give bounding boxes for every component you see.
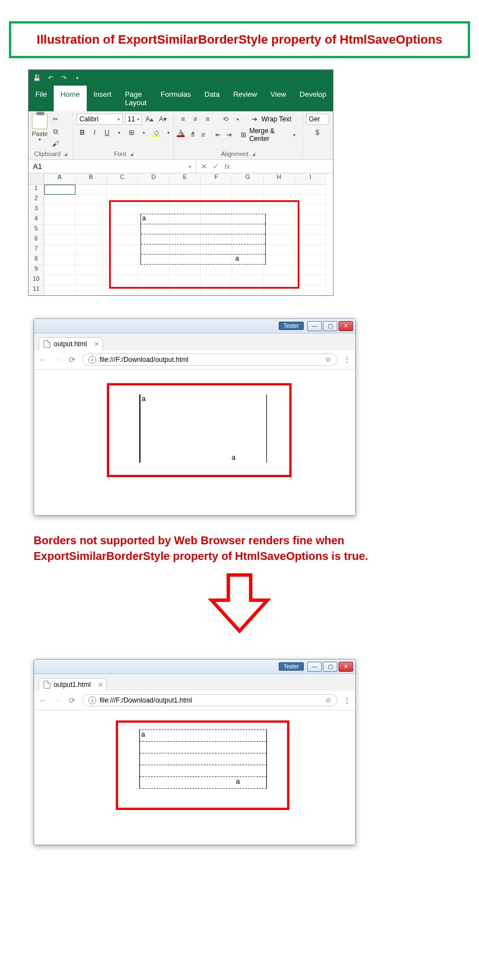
tab-formulas[interactable]: Formulas xyxy=(154,86,198,111)
font-name-combo[interactable]: Calibri▾ xyxy=(77,114,123,125)
tab-review[interactable]: Review xyxy=(227,86,264,111)
align-bottom-icon[interactable]: ≡ xyxy=(202,114,213,125)
close-button[interactable]: ✕ xyxy=(339,321,353,331)
save-icon[interactable]: 💾 xyxy=(33,74,41,82)
currency-icon[interactable]: $ xyxy=(312,127,323,138)
orientation-icon[interactable]: ⟲ xyxy=(220,114,231,125)
browser-tab[interactable]: output1.html ✕ xyxy=(39,678,107,691)
url-bar[interactable]: i file:///F:/Download/output1.html ☆ xyxy=(82,694,337,706)
redo-icon[interactable]: ↷ xyxy=(60,74,68,82)
align-top-icon[interactable]: ≡ xyxy=(177,114,189,125)
row-header[interactable]: 5 xyxy=(29,225,44,235)
col-header[interactable]: H xyxy=(264,173,295,185)
close-button[interactable]: ✕ xyxy=(339,662,353,672)
align-center-icon[interactable]: ≡ xyxy=(188,129,198,140)
browser-tab[interactable]: output.html ✕ xyxy=(39,337,103,350)
info-icon[interactable]: i xyxy=(88,356,96,364)
number-format-combo[interactable]: Ger xyxy=(306,114,328,125)
grow-font-icon[interactable]: A▴ xyxy=(144,114,155,125)
font-size-combo[interactable]: 11▾ xyxy=(125,114,142,125)
maximize-button[interactable]: ▢ xyxy=(323,662,337,672)
forward-icon[interactable]: → xyxy=(53,696,62,705)
reload-icon[interactable]: ⟳ xyxy=(68,696,77,705)
font-launcher-icon[interactable]: ◢ xyxy=(130,152,133,157)
select-all-corner[interactable] xyxy=(29,173,44,185)
info-icon[interactable]: i xyxy=(88,696,96,704)
document-icon xyxy=(44,340,50,348)
star-icon[interactable]: ☆ xyxy=(325,356,331,364)
bold-button[interactable]: B xyxy=(77,127,88,138)
clipboard-icon xyxy=(32,114,48,129)
border-icon[interactable]: ⊞ xyxy=(126,127,137,138)
close-tab-icon[interactable]: ✕ xyxy=(98,681,103,689)
increase-indent-icon[interactable]: ⇥ xyxy=(224,129,234,140)
maximize-button[interactable]: ▢ xyxy=(323,321,337,331)
tab-page-layout[interactable]: Page Layout xyxy=(118,86,154,111)
url-bar[interactable]: i file:///F:/Download/output.html ☆ xyxy=(82,354,337,366)
name-box[interactable]: A1▾ xyxy=(29,160,196,173)
clipboard-launcher-icon[interactable]: ◢ xyxy=(64,152,67,157)
cell-value: a xyxy=(141,214,172,224)
col-header[interactable]: F xyxy=(201,173,232,185)
tab-file[interactable]: File xyxy=(29,86,54,111)
align-middle-icon[interactable]: ≡ xyxy=(190,114,201,125)
close-tab-icon[interactable]: ✕ xyxy=(94,341,99,348)
tab-home[interactable]: Home xyxy=(54,86,87,111)
underline-button[interactable]: U xyxy=(101,127,112,138)
row-header[interactable]: 3 xyxy=(29,205,44,215)
minimize-button[interactable]: — xyxy=(307,662,322,672)
worksheet-grid[interactable]: a a xyxy=(44,185,333,295)
tab-view[interactable]: View xyxy=(264,86,293,111)
align-right-icon[interactable]: ≡ xyxy=(199,129,208,140)
fill-color-icon[interactable]: ◇ xyxy=(151,127,162,138)
minimize-button[interactable]: — xyxy=(307,321,322,331)
enter-formula-icon[interactable]: ✓ xyxy=(213,162,219,171)
row-header[interactable]: 10 xyxy=(29,275,44,285)
menu-icon[interactable]: ⋮ xyxy=(343,355,351,364)
forward-icon[interactable]: → xyxy=(53,355,62,364)
star-icon[interactable]: ☆ xyxy=(325,696,331,704)
excel-quick-access-toolbar: 💾 ↶ ↷ ▾ xyxy=(29,70,333,86)
tab-data[interactable]: Data xyxy=(198,86,226,111)
row-header[interactable]: 7 xyxy=(29,245,44,255)
menu-icon[interactable]: ⋮ xyxy=(343,696,351,705)
format-painter-icon[interactable]: 🖌 xyxy=(50,138,61,149)
cell-A1[interactable] xyxy=(44,185,76,195)
row-header[interactable]: 4 xyxy=(29,215,44,225)
cancel-formula-icon[interactable]: ✕ xyxy=(201,162,207,171)
row-header[interactable]: 2 xyxy=(29,195,44,205)
back-icon[interactable]: ← xyxy=(39,355,48,364)
back-icon[interactable]: ← xyxy=(39,696,48,705)
cell-value: a xyxy=(234,255,266,264)
font-color-icon[interactable]: A xyxy=(175,127,186,138)
fx-icon[interactable]: fx xyxy=(224,162,230,171)
row-header[interactable]: 11 xyxy=(29,285,44,295)
copy-icon[interactable]: ⧉ xyxy=(50,126,61,137)
tab-insert[interactable]: Insert xyxy=(87,86,119,111)
wrap-text-button[interactable]: Wrap Text xyxy=(261,115,292,123)
italic-button[interactable]: I xyxy=(89,127,100,138)
undo-icon[interactable]: ↶ xyxy=(46,74,54,82)
col-header[interactable]: A xyxy=(44,173,76,185)
cut-icon[interactable]: ✂ xyxy=(50,114,61,125)
row-header[interactable]: 6 xyxy=(29,235,44,245)
shrink-font-icon[interactable]: A▾ xyxy=(157,114,168,125)
tab-title: output1.html xyxy=(54,681,91,689)
paste-button[interactable]: Paste ▾ xyxy=(32,114,48,142)
decrease-indent-icon[interactable]: ⇤ xyxy=(214,129,223,140)
col-header[interactable]: D xyxy=(138,173,170,185)
arrow-down-icon xyxy=(206,569,273,637)
col-header[interactable]: G xyxy=(232,173,264,185)
tab-developer[interactable]: Develop xyxy=(293,86,333,111)
row-header[interactable]: 1 xyxy=(29,185,44,195)
row-header[interactable]: 9 xyxy=(29,265,44,275)
col-header[interactable]: E xyxy=(170,173,201,185)
merge-center-button[interactable]: Merge & Center xyxy=(249,127,288,143)
col-header[interactable]: B xyxy=(76,173,107,185)
row-header[interactable]: 8 xyxy=(29,255,44,265)
alignment-launcher-icon[interactable]: ◢ xyxy=(252,152,255,157)
col-header[interactable]: C xyxy=(107,173,138,185)
reload-icon[interactable]: ⟳ xyxy=(68,355,77,364)
customize-qat-icon[interactable]: ▾ xyxy=(73,74,81,82)
col-header[interactable]: I xyxy=(295,173,326,185)
